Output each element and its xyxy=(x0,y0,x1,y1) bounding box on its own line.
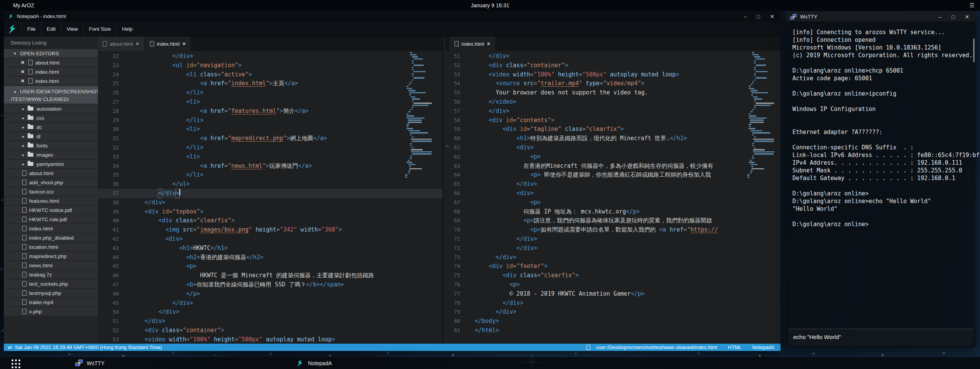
terminal-scrollbar[interactable] xyxy=(973,38,975,62)
editor-pane-right[interactable]: index.html✕ 51 </div>52 <div class="cont… xyxy=(445,36,781,344)
line-number: 49 xyxy=(98,299,119,308)
fold-icon[interactable]: ⌐ xyxy=(446,143,449,149)
minimize-icon[interactable]: – xyxy=(939,14,942,20)
terminal-body[interactable]: [info] Conencting to arozos WsTTY servic… xyxy=(786,22,975,347)
file-label: location.html xyxy=(29,244,58,250)
notepada-window: NotepadA - index.html – □ ✕ FileEditView… xyxy=(4,11,781,351)
file-item-teabag.7z[interactable]: teabag.7z xyxy=(4,270,98,279)
maximize-icon[interactable]: □ xyxy=(952,14,955,20)
file-icon xyxy=(22,263,26,268)
tab-close-icon[interactable]: ✕ xyxy=(487,41,490,46)
menu-item-help[interactable]: Help xyxy=(116,22,138,36)
code-line: 28 <a href="features.html">簡介</a> xyxy=(98,107,443,116)
minimize-icon[interactable]: – xyxy=(744,14,747,19)
folder-item-dl[interactable]: ▸dl xyxy=(4,132,98,141)
line-number: 79 xyxy=(445,308,460,317)
notepada-titlebar[interactable]: NotepadA - index.html – □ ✕ xyxy=(4,11,781,22)
status-language[interactable]: HTML xyxy=(728,344,741,350)
code-line: 39 <div id="topbox"> xyxy=(98,207,443,217)
folder-item-css[interactable]: ▸css xyxy=(4,114,98,122)
line-number: 54 xyxy=(445,79,460,88)
line-number: 67 xyxy=(445,198,460,207)
menu-item-view[interactable]: View xyxy=(61,22,83,36)
taskbar-item-label: WsTTY xyxy=(87,360,105,366)
tab-close-icon[interactable]: ✕ xyxy=(136,41,139,46)
tab-about.html[interactable]: about.html✕ xyxy=(98,36,144,51)
code-line: 59 <div id="tagline" class="clearfix"> xyxy=(445,125,781,134)
file-item-news.html[interactable]: news.html xyxy=(4,261,98,270)
menu-item-file[interactable]: File xyxy=(21,22,41,36)
file-item-mapredirect.php[interactable]: mapredirect.php xyxy=(4,252,98,260)
close-icon[interactable]: ✕ xyxy=(770,14,774,19)
file-item-x.php[interactable]: x.php xyxy=(4,307,98,316)
caret-down-icon: ▾ xyxy=(14,51,20,56)
line-number: 52 xyxy=(98,326,119,335)
minimap-right[interactable] xyxy=(747,52,779,179)
notepada-logo-icon-large xyxy=(7,24,18,34)
chevron-right-icon: ▸ xyxy=(22,134,28,139)
file-item-test_sockets.php[interactable]: test_sockets.php xyxy=(4,280,98,288)
code-line: 38 </div> xyxy=(98,198,443,207)
file-icon xyxy=(28,78,33,84)
file-item-index.php_disabled[interactable]: index.php_disabled xyxy=(4,233,98,242)
code-editor-right[interactable]: 51 </div>52 <div class="container">53 <v… xyxy=(445,51,781,344)
file-item-features.html[interactable]: features.html xyxy=(4,197,98,205)
file-item-testmysql.php[interactable]: testmysql.php xyxy=(4,289,98,297)
menu-item-edit[interactable]: Edit xyxy=(41,22,61,36)
folder-icon xyxy=(28,144,33,147)
folder-item-autostation[interactable]: ▸autostation xyxy=(4,104,98,113)
folder-item-dc[interactable]: ▸dc xyxy=(4,123,98,131)
line-number: 59 xyxy=(445,125,460,134)
open-editor-item[interactable]: ✕about.html xyxy=(4,58,98,67)
file-item-HKWTC-notice.pdf[interactable]: HKWTC notice.pdf xyxy=(4,206,98,214)
code-line: 78 </div> xyxy=(445,299,781,308)
terminal-input[interactable]: echo "Hello World" xyxy=(788,329,973,346)
file-item-add_vhost.php[interactable]: add_vhost.php xyxy=(4,178,98,187)
editor-pane-left[interactable]: about.html✕index.html✕ 22 </div>23 <ul i… xyxy=(98,36,443,344)
file-item-HKWTC-rule.pdf[interactable]: HKWTC rule.pdf xyxy=(4,215,98,223)
open-editor-item[interactable]: ✕index.html xyxy=(4,68,98,76)
system-menu-icon[interactable]: ☰ xyxy=(970,2,975,9)
line-number: 27 xyxy=(98,98,119,107)
open-editor-label: index.html xyxy=(35,78,59,84)
tab-index.html[interactable]: index.html✕ xyxy=(450,36,495,51)
taskbar-item-notepada[interactable]: NotepadA xyxy=(296,357,332,369)
code-line: 53 <video width="100%" height="500px" au… xyxy=(445,70,781,79)
file-item-location.html[interactable]: location.html xyxy=(4,243,98,251)
wstty-titlebar[interactable]: WsTTY – □ ✕ xyxy=(786,12,975,22)
notepada-logo-icon xyxy=(8,13,14,19)
terminal-line: D:\golang\aroz online>echo "Hello World" xyxy=(792,197,975,205)
folder-item-fonts[interactable]: ▸fonts xyxy=(4,141,98,150)
code-line: 22 </div> xyxy=(98,52,443,61)
file-item-trailer.mp4[interactable]: trailer.mp4 xyxy=(4,298,98,306)
file-item-about.html[interactable]: about.html xyxy=(4,169,98,177)
tab-close-icon[interactable]: ✕ xyxy=(182,41,186,46)
line-number: 43 xyxy=(98,244,119,253)
tree-header-open-editors[interactable]: ▾OPEN EDITORS xyxy=(4,49,98,58)
taskbar-item-wstty[interactable]: WsTTY xyxy=(75,357,105,369)
line-number: 46 xyxy=(98,271,119,280)
line-number: 25 xyxy=(98,79,119,88)
tab-index.html[interactable]: index.html✕ xyxy=(145,36,191,51)
tree-workspace-root[interactable]: ▾USER:/DESKTOP/SCREENSHOT/TEST/WWW CLEAN… xyxy=(4,86,98,104)
close-icon[interactable]: ✕ xyxy=(965,14,969,20)
line-number: 55 xyxy=(445,88,460,98)
code-editor-left[interactable]: 22 </div>23 <ul id="navigation">24 <li c… xyxy=(98,51,443,344)
open-editor-label: about.html xyxy=(35,60,59,66)
app-launcher-icon[interactable] xyxy=(12,359,20,368)
menu-item-font-size[interactable]: Font Size xyxy=(83,22,116,36)
sidebar-header: Directory Listing xyxy=(4,36,98,49)
terminal-line xyxy=(792,98,975,105)
minimap-left[interactable] xyxy=(405,52,436,179)
file-label: testmysql.php xyxy=(29,290,61,296)
line-number: 53 xyxy=(98,335,119,344)
file-label: mapredirect.php xyxy=(29,253,67,259)
terminal-line: [info] Conencting to arozos WsTTY servic… xyxy=(792,28,975,36)
maximize-icon[interactable]: □ xyxy=(757,14,760,19)
folder-item-yamiyamimi[interactable]: ▸yamiyamimi xyxy=(4,160,98,168)
code-line: 23 <ul id="navigation"> xyxy=(98,61,443,70)
folder-item-images[interactable]: ▸images xyxy=(4,151,98,159)
file-item-favicon.ico[interactable]: favicon.ico xyxy=(4,187,98,196)
file-item-index.html[interactable]: index.html xyxy=(4,224,98,233)
open-editor-item[interactable]: ✕index.html xyxy=(4,77,98,85)
